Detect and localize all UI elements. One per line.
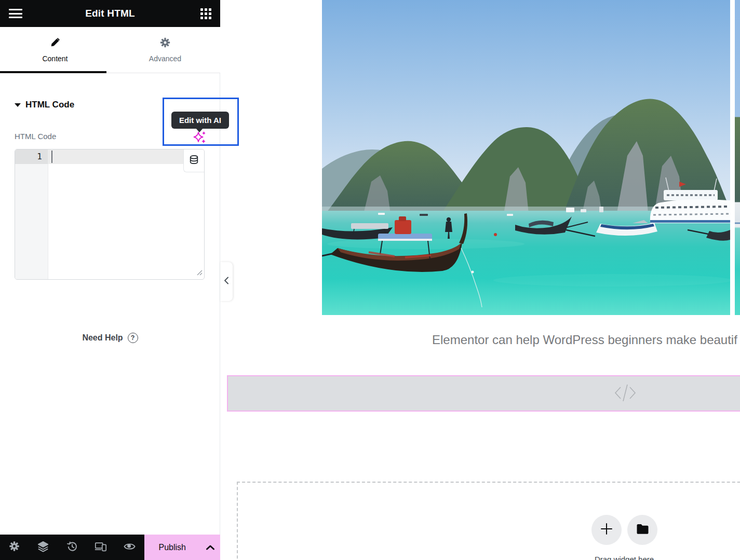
tab-advanced-label: Advanced — [149, 54, 181, 63]
panel-title: Edit HTML — [0, 8, 220, 19]
preview-eye-icon — [124, 541, 136, 554]
question-circle-icon: ? — [128, 333, 138, 343]
settings-panel: Edit HTML Content — [0, 0, 220, 560]
edit-with-ai-tooltip[interactable]: Edit with AI — [171, 112, 229, 129]
drag-widget-hint: Drag widget here — [572, 555, 676, 560]
chevron-up-icon[interactable] — [206, 544, 215, 551]
preview-button[interactable] — [115, 535, 144, 560]
panel-footer: Publish — [0, 535, 220, 560]
empty-section-dropzone[interactable] — [237, 482, 740, 560]
plus-icon — [600, 523, 613, 537]
text-cursor — [51, 151, 52, 163]
ai-sparkles-icon[interactable] — [193, 131, 207, 147]
navigator-button[interactable] — [29, 535, 58, 560]
site-settings-button[interactable] — [0, 535, 29, 560]
add-section-button[interactable] — [591, 515, 622, 545]
settings-gear-icon — [9, 541, 20, 554]
database-icon — [190, 155, 198, 167]
code-editor[interactable]: 1 — [15, 149, 205, 280]
publish-label: Publish — [159, 543, 186, 552]
need-help-link[interactable]: Need Help ? — [0, 333, 220, 343]
history-icon — [66, 541, 78, 554]
hero-image[interactable] — [322, 0, 730, 315]
caption-text: Elementor can help WordPress beginners m… — [432, 333, 737, 347]
footer-toolbar — [0, 535, 144, 560]
resize-handle-icon[interactable] — [197, 268, 203, 278]
navigator-layers-icon — [37, 541, 49, 554]
history-button[interactable] — [58, 535, 87, 560]
active-tab-underline — [0, 71, 106, 73]
tab-content[interactable]: Content — [0, 27, 110, 73]
need-help-label: Need Help — [82, 333, 123, 343]
responsive-mode-button[interactable] — [87, 535, 116, 560]
panel-collapse-handle[interactable] — [220, 262, 233, 301]
chevron-left-icon — [224, 277, 229, 286]
pencil-icon — [50, 37, 60, 50]
code-icon — [614, 383, 637, 405]
editor-gutter — [15, 149, 48, 279]
publish-button[interactable]: Publish — [144, 535, 221, 560]
panel-header: Edit HTML — [0, 0, 220, 27]
section-title: HTML Code — [25, 100, 74, 110]
apps-grid-icon[interactable] — [200, 8, 211, 19]
tab-advanced[interactable]: Advanced — [110, 27, 220, 73]
folder-icon — [636, 524, 649, 537]
html-code-section-header[interactable]: HTML Code — [15, 100, 74, 110]
caret-down-icon — [15, 103, 21, 107]
dynamic-tags-button[interactable] — [183, 149, 204, 172]
adjacent-image-sliver — [735, 0, 740, 315]
responsive-devices-icon — [95, 541, 107, 554]
selected-html-widget[interactable] — [227, 375, 740, 412]
elementor-editor: Edit HTML Content — [0, 0, 740, 560]
line-number: 1 — [15, 152, 42, 161]
panel-tabs: Content — [0, 27, 220, 73]
tab-content-label: Content — [42, 54, 68, 63]
add-template-button[interactable] — [627, 515, 657, 545]
gear-icon — [160, 37, 170, 50]
html-code-field-label: HTML Code — [15, 132, 56, 141]
